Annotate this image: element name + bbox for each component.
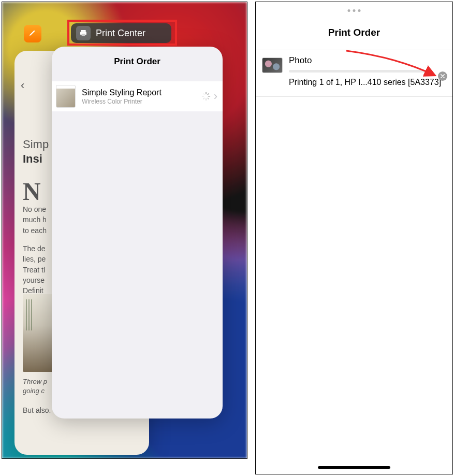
cancel-print-button[interactable] [438, 71, 447, 81]
pages-dropcap: N [23, 179, 41, 204]
print-order-title: Print Order [256, 27, 452, 38]
right-screenshot: Print Order Photo Printing 1 of 1, HP I.… [255, 2, 453, 474]
pages-heading-2: Insi [23, 152, 42, 166]
print-job-row: Photo Printing 1 of 1, HP I...410 series… [256, 50, 452, 93]
back-chevron-icon: ‹ [21, 79, 24, 92]
print-job-status: Printing 1 of 1, HP I...410 series [5A33… [289, 78, 446, 87]
home-indicator[interactable] [318, 466, 390, 469]
close-icon [441, 74, 445, 78]
svg-line-6 [208, 98, 209, 99]
pages-paragraph-3: But also. [23, 406, 51, 414]
print-job-subtitle: Wireless Color Printer [82, 98, 201, 105]
svg-line-8 [203, 98, 204, 99]
printer-icon [76, 26, 91, 40]
print-job-row[interactable]: Simple Styling Report Wireless Color Pri… [52, 81, 223, 111]
app-switcher-print-center-card[interactable]: Print Order Simple Styling Report Wirele… [52, 47, 223, 419]
svg-rect-0 [81, 30, 85, 32]
divider [256, 96, 452, 97]
svg-line-4 [208, 94, 209, 95]
app-switcher-print-center-pill[interactable]: Print Center [71, 23, 171, 43]
svg-rect-2 [82, 34, 85, 36]
pencil-icon [28, 28, 37, 39]
app-switcher-pages-icon[interactable] [24, 25, 41, 42]
grabber-dots-icon[interactable] [348, 9, 361, 12]
print-job-name: Photo [289, 55, 446, 66]
print-job-thumbnail [262, 57, 283, 73]
chevron-right-icon: › [214, 90, 217, 103]
print-job-title: Simple Styling Report [82, 88, 201, 97]
print-job-thumbnail [56, 85, 76, 108]
print-order-title: Print Order [52, 56, 223, 67]
print-center-label: Print Center [96, 28, 145, 39]
pages-heading-1: Simp [23, 138, 49, 151]
loading-spinner-icon [201, 92, 211, 101]
svg-line-10 [203, 94, 204, 95]
left-screenshot: Print Center ‹ Simp Insi N No one much h… [2, 2, 247, 459]
progress-bar [289, 70, 431, 73]
